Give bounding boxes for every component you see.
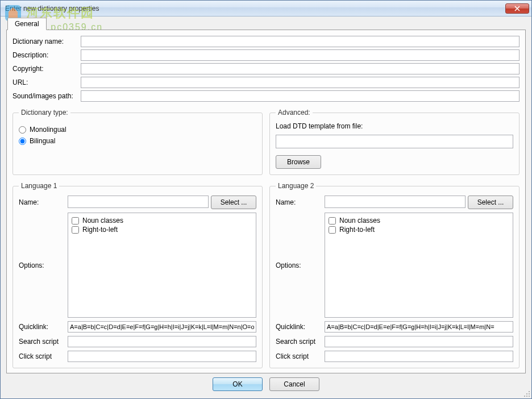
description-input[interactable]	[81, 49, 519, 61]
lang1-noun-classes-checkbox[interactable]	[72, 217, 79, 225]
svg-point-7	[529, 396, 530, 397]
monolingual-label: Monolingual	[30, 126, 66, 134]
dictionary-name-input[interactable]	[81, 36, 519, 47]
svg-point-4	[529, 393, 530, 394]
tab-general[interactable]: General	[7, 18, 47, 30]
dtd-path-input[interactable]	[276, 135, 513, 148]
lang2-select-button[interactable]: Select ...	[468, 196, 513, 209]
tabstrip: General	[6, 18, 526, 30]
bilingual-label: Bilingual	[30, 137, 55, 145]
lang1-name-label: Name:	[19, 198, 65, 206]
url-input[interactable]	[81, 77, 519, 88]
lang1-quicklink-label: Quicklink:	[19, 323, 65, 331]
lang2-quicklink-label: Quicklink:	[276, 323, 322, 331]
svg-point-6	[526, 396, 527, 397]
footer-buttons: OK Cancel	[6, 373, 526, 395]
close-button[interactable]	[505, 3, 529, 14]
titlebar: Enter new dictionary properties	[1, 1, 531, 16]
lang2-noun-classes-label: Noun classes	[339, 217, 380, 225]
window-title: Enter new dictionary properties	[5, 5, 99, 13]
resize-grip[interactable]	[522, 389, 530, 397]
content-area: 河东软件园 www.pc0359.cn General Dictionary n…	[6, 16, 526, 395]
resize-grip-icon	[522, 389, 530, 397]
lang2-quicklink-input[interactable]	[325, 321, 513, 332]
description-label: Description:	[13, 51, 81, 59]
dictionary-name-label: Dictionary name:	[13, 38, 81, 45]
dictionary-type-group: Dictionary type: Monolingual Bilingual	[13, 109, 263, 175]
bilingual-radio[interactable]	[19, 138, 26, 145]
advanced-group: Advanced: Load DTD template from file: B…	[269, 109, 519, 175]
svg-point-3	[526, 393, 527, 394]
lang2-search-script-input[interactable]	[325, 336, 513, 347]
lang1-search-script-label: Search script	[19, 338, 65, 346]
lang1-options-box: Noun classes Right-to-left	[68, 213, 256, 318]
lang1-quicklink-input[interactable]	[68, 321, 256, 332]
lang1-search-script-input[interactable]	[68, 336, 256, 347]
url-label: URL:	[13, 78, 81, 86]
lang2-rtl-label: Right-to-left	[339, 226, 375, 234]
lang2-click-script-label: Click script	[276, 352, 322, 360]
lang2-rtl-checkbox[interactable]	[329, 226, 336, 234]
lang2-click-script-input[interactable]	[325, 351, 513, 362]
language1-group: Language 1 Name: Select ... Options: Nou…	[13, 182, 263, 368]
dictionary-type-legend: Dictionary type:	[19, 109, 70, 117]
ok-button[interactable]: OK	[213, 377, 263, 391]
lang1-rtl-label: Right-to-left	[82, 226, 118, 234]
advanced-legend: Advanced:	[276, 109, 313, 117]
load-dtd-label: Load DTD template from file:	[276, 122, 513, 130]
sound-images-input[interactable]	[81, 90, 519, 102]
lang2-name-label: Name:	[276, 198, 322, 206]
lang1-noun-classes-label: Noun classes	[82, 217, 123, 225]
close-icon	[514, 6, 520, 11]
browse-button[interactable]: Browse	[276, 155, 321, 169]
lang2-options-box: Noun classes Right-to-left	[325, 213, 513, 318]
tab-body: Dictionary name: Description: Copyright:…	[6, 30, 526, 373]
lang1-click-script-input[interactable]	[68, 351, 256, 362]
lang2-search-script-label: Search script	[276, 338, 322, 346]
dialog-window: Enter new dictionary properties 河东软件园 ww…	[0, 0, 532, 399]
cancel-button[interactable]: Cancel	[269, 377, 319, 391]
copyright-label: Copyright:	[13, 65, 81, 73]
copyright-input[interactable]	[81, 63, 519, 74]
lang1-select-button[interactable]: Select ...	[211, 196, 256, 209]
lang1-options-label: Options:	[19, 261, 65, 269]
lang1-name-input[interactable]	[68, 196, 209, 208]
monolingual-radio[interactable]	[19, 126, 26, 134]
lang2-noun-classes-checkbox[interactable]	[329, 217, 336, 225]
lang1-rtl-checkbox[interactable]	[72, 226, 79, 234]
language2-group: Language 2 Name: Select ... Options: Nou…	[269, 182, 519, 368]
language1-legend: Language 1	[19, 182, 59, 190]
svg-point-5	[524, 396, 525, 397]
lang1-click-script-label: Click script	[19, 352, 65, 360]
lang2-name-input[interactable]	[325, 196, 466, 208]
lang2-options-label: Options:	[276, 261, 322, 269]
sound-images-label: Sound/images path:	[13, 92, 81, 100]
language2-legend: Language 2	[276, 182, 316, 190]
svg-point-2	[529, 391, 530, 392]
